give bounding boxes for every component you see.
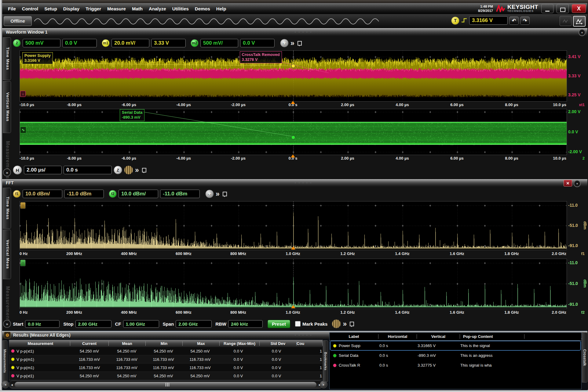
function-f2-button[interactable]: f2 [109, 190, 117, 198]
m1-scale-field[interactable]: 20.0 mV/ [111, 39, 149, 47]
more-fft-bottom-controls-button[interactable]: » [343, 320, 347, 327]
waveform-plot-1[interactable]: Power Supply 3.3166 V CrossTalk Removed … [20, 50, 567, 102]
fft-collapse-button[interactable]: ▾ [574, 180, 581, 187]
touch-button[interactable] [560, 16, 572, 26]
menu-setup[interactable]: Setup [42, 5, 60, 13]
crosstalk-side-tab[interactable]: Crosstalk [582, 332, 587, 383]
f1-scale-field[interactable]: 10.0 dBm/ [23, 190, 62, 198]
close-button[interactable]: X [572, 4, 586, 13]
crosstalk-removed-label[interactable]: CrossTalk Removed 3.3278 V [240, 51, 282, 63]
gear-icon[interactable]: ⚙ [4, 332, 11, 338]
scrollbar-left-arrow[interactable]: ◄ [9, 383, 15, 386]
col-count[interactable]: Cou [297, 341, 323, 346]
timebase-scale-field[interactable]: 2.00 µs/ [24, 166, 62, 174]
bookmarks-side-tab[interactable]: Bookmarks [323, 340, 328, 382]
result-row[interactable]: V p-p(xt1) 54.250 mV54.250 mV 54.250 mV5… [9, 372, 323, 380]
f2-offset-field[interactable]: -11.0 dBm [160, 190, 200, 198]
trigger-slope-icon[interactable] [461, 17, 468, 24]
results-h-scrollbar[interactable]: ◄ ► [9, 381, 323, 389]
serial-data-source-icon[interactable]: ∿ [20, 127, 26, 133]
pin-icon[interactable] [350, 322, 354, 326]
menu-measure[interactable]: Measure [104, 5, 129, 13]
f1-grab-handle-icon[interactable]: ↑ [20, 202, 26, 209]
menu-trigger[interactable]: Trigger [83, 5, 104, 13]
waveform-window-titlebar[interactable]: Waveform Window 1 · · · · · [2, 28, 587, 36]
waveform-sidebar-expand-button[interactable]: » [3, 168, 11, 176]
col-max[interactable]: Max [183, 341, 220, 346]
math-m1-button[interactable]: m1 [102, 39, 110, 47]
col-horizontal[interactable]: Horizontal [378, 334, 417, 339]
tab-vertical-meas[interactable]: Vertical Meas [3, 81, 11, 133]
offline-button[interactable]: Offline [4, 16, 32, 26]
m2-offset-field[interactable]: 0.0 V [240, 39, 275, 47]
channel-2-offset-field[interactable]: 0.0 V [62, 39, 97, 47]
trigger-position-marker[interactable] [291, 154, 295, 157]
fft-plot-f1[interactable]: ↑ [20, 201, 567, 250]
add-function-button[interactable]: + [205, 190, 214, 198]
waveform-plot-1-canvas[interactable] [20, 51, 567, 101]
function-f1-button[interactable]: f1 [13, 190, 21, 198]
undo-button[interactable]: ↶ [509, 17, 519, 25]
menu-control[interactable]: Control [19, 5, 41, 13]
fft-span-field[interactable]: 2.00 GHz [176, 320, 212, 328]
redo-button[interactable]: ↷ [520, 17, 530, 25]
waveform-window-collapse-button[interactable]: ▾ [579, 29, 586, 36]
horizontal-button[interactable]: H [13, 165, 22, 175]
scrollbar-thumb[interactable] [15, 382, 316, 387]
col-stddev[interactable]: Std Dev [260, 341, 297, 346]
preset-button[interactable]: Preset [268, 320, 290, 328]
trigger-level-field[interactable]: 3.3166 V [469, 16, 508, 25]
f1-offset-field[interactable]: -11.0 dBm [64, 190, 104, 198]
results-scroll-left-button[interactable]: ◄ [2, 381, 9, 388]
col-label[interactable]: Label [330, 334, 378, 339]
intensity-button[interactable] [124, 165, 133, 175]
col-current[interactable]: Current [70, 341, 109, 346]
math-m2-button[interactable]: m2 [191, 39, 199, 47]
m2-scale-field[interactable]: 500 mV/ [200, 39, 238, 47]
results-side-tab-measurements[interactable]: Measurements [2, 340, 7, 382]
f2-grab-handle-icon[interactable]: ↑ [20, 260, 26, 266]
autoscale-button[interactable] [573, 16, 586, 27]
bookmark-row[interactable]: Serial Data 0.0 s -890.3 mV This is an a… [330, 351, 581, 360]
pin-icon[interactable] [223, 192, 227, 196]
channel-2-scale-field[interactable]: 500 mV [23, 39, 60, 47]
tab-time-meas[interactable]: Time Meas [3, 188, 11, 229]
channel-2-button[interactable]: 2 [13, 39, 21, 47]
fft-cf-field[interactable]: 1.00 GHz [123, 320, 159, 328]
zoom-button[interactable]: Z [114, 166, 122, 174]
maximize-button[interactable] [557, 4, 569, 13]
fft-plot-f2[interactable]: ↑ [20, 259, 567, 309]
result-row[interactable]: V p-p(m1) 116.733 mV116.733 mV 116.733 m… [9, 355, 323, 364]
menu-file[interactable]: File [5, 5, 19, 13]
f2-scale-field[interactable]: 10.0 dBm/ [119, 190, 158, 198]
pin-icon[interactable] [142, 168, 146, 172]
result-row[interactable]: V p-p(xt1) 54.250 mV54.250 mV 54.250 mV5… [9, 347, 323, 355]
pin-icon[interactable] [298, 41, 302, 46]
col-measurement[interactable]: Measurement [9, 341, 70, 346]
timebase-position-field[interactable]: 0.0 s [64, 166, 112, 174]
fft-sidebar-expand-button[interactable]: » [3, 320, 11, 328]
serial-data-label[interactable]: Serial Data -890.3 mV [120, 109, 144, 121]
menu-math[interactable]: Math [129, 5, 145, 13]
intensity-button[interactable] [332, 319, 341, 328]
col-range[interactable]: Range (Max-Min) [220, 341, 260, 346]
trigger-position-marker[interactable] [291, 101, 295, 104]
col-min[interactable]: Min [146, 341, 183, 346]
menu-utilities[interactable]: Utilities [170, 5, 192, 13]
more-fft-controls-button[interactable]: » [216, 190, 220, 198]
fft-stop-field[interactable]: 2.00 GHz [75, 320, 111, 328]
menu-demos[interactable]: Demos [192, 5, 213, 13]
more-controls-button[interactable]: » [290, 40, 294, 47]
m1-level-marker-icon[interactable]: ↓ [20, 91, 26, 97]
m1-offset-field[interactable]: 3.33 V [151, 39, 186, 47]
tab-time-meas[interactable]: Time Meas [3, 37, 11, 80]
fft-plot-f1-canvas[interactable] [20, 202, 567, 250]
bookmark-row-selected[interactable]: Power Supp 0.0 s 3.31665 V This is the s… [330, 341, 581, 350]
fft-start-field[interactable]: 0.0 Hz [25, 320, 60, 328]
waveform-plot-2-canvas[interactable] [20, 109, 567, 155]
fft-rbw-field[interactable]: 240 kHz [228, 320, 263, 328]
menu-help[interactable]: Help [214, 5, 229, 13]
menu-analyze[interactable]: Analyze [146, 5, 169, 13]
col-vertical[interactable]: Vertical [417, 334, 460, 339]
more-horizontal-controls-button[interactable]: » [135, 167, 139, 174]
